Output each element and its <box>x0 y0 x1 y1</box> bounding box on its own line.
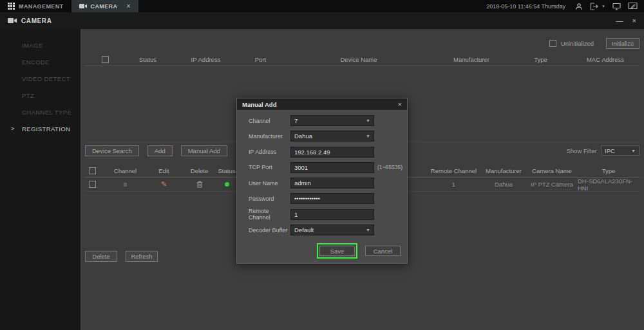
sidebar-item-label: PTZ <box>22 92 34 99</box>
management-label: MANAGEMENT <box>19 3 64 10</box>
uninitialized-label: Uninitialized <box>561 40 594 47</box>
tcp-port-input[interactable] <box>290 162 374 173</box>
sidebar-item-encode[interactable]: ENCODE <box>0 53 80 70</box>
header-type: Type <box>578 167 639 174</box>
field-channel: Channel 7 ▼ <box>237 115 407 126</box>
delete-icon[interactable] <box>196 181 203 188</box>
header-manufacturer: Manufacturer <box>481 167 526 174</box>
header-ip-address: IP Address <box>175 56 236 63</box>
field-tcp-port: TCP Port (1~65535) <box>237 162 407 173</box>
select-all-channels-checkbox[interactable] <box>89 167 96 174</box>
header-cell <box>85 167 108 174</box>
channel-select-value: 7 <box>294 117 298 124</box>
header-type: Type <box>510 56 571 63</box>
edit-icon[interactable]: ✎ <box>161 180 167 188</box>
chevron-down-icon[interactable]: ▼ <box>601 5 605 8</box>
status-online-dot <box>225 182 229 187</box>
initialize-button[interactable]: Initialize <box>606 38 639 49</box>
decoder-buffer-label: Decoder Buffer <box>249 227 290 234</box>
header-port: Port <box>236 56 285 63</box>
header-status: Status <box>214 167 240 174</box>
dialog-body: Channel 7 ▼ Manufacturer Dahua ▼ IP Addr… <box>237 110 407 259</box>
channel-select[interactable]: 7 ▼ <box>290 115 374 126</box>
row-type: DH-SD6ALA230FN-HNI <box>578 178 639 192</box>
tab-camera[interactable]: CAMERA × <box>71 0 138 12</box>
field-remote-channel: Remote Channel <box>237 209 407 220</box>
add-button[interactable]: Add <box>147 145 173 156</box>
dialog-title-bar: Manual Add × <box>237 98 407 110</box>
row-cell <box>85 181 108 188</box>
logout-icon[interactable] <box>590 3 598 10</box>
screen-edit-icon[interactable] <box>628 2 638 10</box>
datetime-label: 2018-05-10 11:46:54 Thursday <box>486 3 565 10</box>
header-channel: Channel <box>108 167 143 174</box>
header-cell <box>85 56 120 63</box>
sidebar-item-label: CHANNEL TYPE <box>22 109 71 116</box>
save-button-highlight: Save <box>317 243 357 259</box>
chevron-down-icon: ▼ <box>366 134 370 138</box>
dialog-buttons: Save Cancel <box>237 243 407 259</box>
close-icon[interactable]: × <box>632 17 636 24</box>
remote-channel-input[interactable] <box>290 209 374 220</box>
top-bar: MANAGEMENT CAMERA × 2018-05-10 11:46:54 … <box>0 0 644 12</box>
chevron-down-icon: ▼ <box>366 118 370 123</box>
field-manufacturer: Manufacturer Dahua ▼ <box>237 131 407 142</box>
header-manufacturer: Manufacturer <box>433 56 510 63</box>
title-bar: CAMERA — × <box>0 12 644 29</box>
monitor-icon[interactable] <box>612 3 621 10</box>
uninitialized-checkbox[interactable] <box>549 40 556 47</box>
decoder-buffer-select-value: Default <box>294 226 314 234</box>
device-search-button[interactable]: Device Search <box>85 145 139 156</box>
minimize-icon[interactable]: — <box>616 17 623 24</box>
page-title: CAMERA <box>21 17 52 24</box>
management-button[interactable]: MANAGEMENT <box>0 0 71 12</box>
sidebar-item-label: REGISTRATION <box>22 125 70 133</box>
initialize-row: Uninitialized Initialize <box>85 38 639 48</box>
delete-button[interactable]: Delete <box>85 251 117 262</box>
select-all-checkbox[interactable] <box>102 56 109 63</box>
refresh-button[interactable]: Refresh <box>126 251 158 262</box>
camera-icon <box>79 3 87 9</box>
dialog-close-icon[interactable]: × <box>398 100 402 108</box>
ip-address-input[interactable] <box>290 147 374 158</box>
sidebar-item-registration[interactable]: > REGISTRATION <box>0 120 80 137</box>
row-status-cell <box>214 182 240 187</box>
top-bar-tabs: MANAGEMENT CAMERA × <box>0 0 138 12</box>
sidebar-item-video-detect[interactable]: VIDEO DETECT <box>0 70 80 87</box>
tab-camera-label: CAMERA <box>91 3 118 10</box>
manual-add-button[interactable]: Manual Add <box>181 145 227 156</box>
cancel-button[interactable]: Cancel <box>365 246 401 256</box>
show-filter-label: Show Filter <box>566 147 597 154</box>
camera-title-icon <box>8 17 17 24</box>
decoder-buffer-select[interactable]: Default ▼ <box>290 225 374 235</box>
window-controls: — × <box>616 17 636 24</box>
remote-channel-label: Remote Channel <box>249 208 290 221</box>
row-checkbox[interactable] <box>89 181 96 188</box>
row-delete-cell <box>185 181 214 188</box>
row-edit-cell: ✎ <box>143 180 185 188</box>
user-name-input[interactable] <box>290 178 374 188</box>
save-button[interactable]: Save <box>319 246 355 256</box>
sidebar-item-label: VIDEO DETECT <box>22 75 70 82</box>
user-icon[interactable] <box>575 3 583 10</box>
sidebar-item-image[interactable]: IMAGE <box>0 37 80 53</box>
password-input[interactable] <box>290 193 374 204</box>
tab-close-icon[interactable]: × <box>126 3 130 10</box>
manufacturer-select[interactable]: Dahua ▼ <box>290 131 374 142</box>
row-manufacturer: Dahua <box>481 181 526 188</box>
channel-label: Channel <box>249 118 290 124</box>
sidebar: IMAGE ENCODE VIDEO DETECT PTZ CHANNEL TY… <box>0 29 80 330</box>
field-decoder-buffer: Decoder Buffer Default ▼ <box>237 225 407 235</box>
tcp-port-label: TCP Port <box>249 164 290 170</box>
filter-select[interactable]: IPC ▼ <box>601 145 639 156</box>
sidebar-item-channel-type[interactable]: CHANNEL TYPE <box>0 104 80 120</box>
sidebar-item-ptz[interactable]: PTZ <box>0 87 80 104</box>
row-channel: 8 <box>108 181 143 188</box>
user-name-label: User Name <box>249 180 290 187</box>
grid-icon <box>8 3 15 10</box>
device-table-header: Status IP Address Port Device Name Manuf… <box>85 53 639 66</box>
sidebar-item-label: ENCODE <box>22 59 50 66</box>
ip-address-label: IP Address <box>249 149 290 155</box>
header-device-name: Device Name <box>285 56 433 63</box>
header-mac-address: MAC Address <box>571 56 639 63</box>
